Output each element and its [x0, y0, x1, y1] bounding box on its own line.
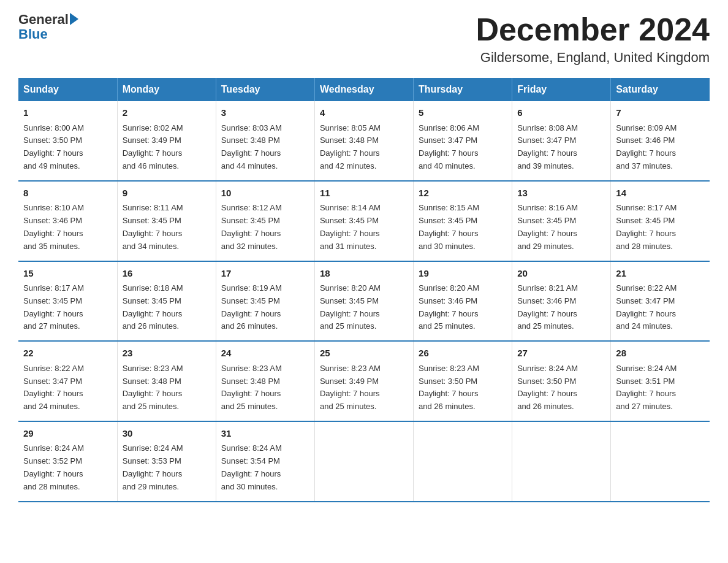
- calendar-day-cell: 7 Sunrise: 8:09 AM Sunset: 3:46 PM Dayli…: [611, 101, 710, 181]
- day-info: Sunrise: 8:24 AM Sunset: 3:50 PM Dayligh…: [517, 364, 578, 411]
- day-info: Sunrise: 8:24 AM Sunset: 3:53 PM Dayligh…: [123, 443, 183, 491]
- calendar-day-cell: [414, 421, 512, 502]
- day-info: Sunrise: 8:09 AM Sunset: 3:46 PM Dayligh…: [616, 123, 677, 170]
- day-info: Sunrise: 8:20 AM Sunset: 3:45 PM Dayligh…: [320, 283, 381, 331]
- day-number: 15: [23, 267, 112, 281]
- day-info: Sunrise: 8:12 AM Sunset: 3:45 PM Dayligh…: [221, 203, 282, 250]
- calendar-day-cell: [314, 421, 413, 502]
- day-info: Sunrise: 8:11 AM Sunset: 3:45 PM Dayligh…: [123, 203, 183, 250]
- day-number: 30: [123, 427, 211, 441]
- day-number: 28: [616, 347, 705, 361]
- day-number: 17: [221, 267, 309, 281]
- calendar-week-row: 8 Sunrise: 8:10 AM Sunset: 3:46 PM Dayli…: [18, 181, 710, 261]
- calendar-day-cell: 15 Sunrise: 8:17 AM Sunset: 3:45 PM Dayl…: [18, 261, 117, 342]
- calendar-day-cell: 20 Sunrise: 8:21 AM Sunset: 3:46 PM Dayl…: [512, 261, 611, 342]
- calendar-day-cell: 12 Sunrise: 8:15 AM Sunset: 3:45 PM Dayl…: [414, 181, 512, 261]
- day-number: 4: [320, 106, 408, 120]
- calendar-day-cell: 3 Sunrise: 8:03 AM Sunset: 3:48 PM Dayli…: [216, 101, 314, 181]
- day-number: 9: [123, 186, 211, 201]
- calendar-day-cell: 16 Sunrise: 8:18 AM Sunset: 3:45 PM Dayl…: [117, 261, 216, 342]
- calendar-day-cell: 4 Sunrise: 8:05 AM Sunset: 3:48 PM Dayli…: [314, 101, 413, 181]
- day-number: 1: [23, 106, 112, 120]
- day-number: 23: [123, 347, 211, 361]
- day-number: 26: [419, 347, 507, 361]
- day-info: Sunrise: 8:23 AM Sunset: 3:50 PM Dayligh…: [419, 364, 479, 411]
- day-number: 29: [23, 427, 112, 441]
- logo: General Blue: [18, 12, 78, 42]
- calendar-day-cell: 17 Sunrise: 8:19 AM Sunset: 3:45 PM Dayl…: [216, 261, 314, 342]
- day-info: Sunrise: 8:24 AM Sunset: 3:52 PM Dayligh…: [23, 443, 84, 491]
- calendar-week-row: 15 Sunrise: 8:17 AM Sunset: 3:45 PM Dayl…: [18, 261, 710, 342]
- day-info: Sunrise: 8:14 AM Sunset: 3:45 PM Dayligh…: [320, 203, 381, 250]
- day-info: Sunrise: 8:19 AM Sunset: 3:45 PM Dayligh…: [221, 283, 282, 331]
- title-section: December 2024 Gildersome, England, Unite…: [476, 12, 710, 66]
- calendar-day-cell: 24 Sunrise: 8:23 AM Sunset: 3:48 PM Dayl…: [216, 341, 314, 421]
- calendar-day-cell: 8 Sunrise: 8:10 AM Sunset: 3:46 PM Dayli…: [18, 181, 117, 261]
- calendar-day-cell: [611, 421, 710, 502]
- day-info: Sunrise: 8:22 AM Sunset: 3:47 PM Dayligh…: [23, 364, 84, 411]
- day-of-week-header: Sunday: [18, 78, 117, 101]
- day-number: 16: [123, 267, 211, 281]
- day-info: Sunrise: 8:10 AM Sunset: 3:46 PM Dayligh…: [23, 203, 84, 250]
- day-number: 22: [23, 347, 112, 361]
- day-number: 10: [221, 186, 309, 201]
- calendar-day-cell: 1 Sunrise: 8:00 AM Sunset: 3:50 PM Dayli…: [18, 101, 117, 181]
- day-number: 5: [419, 106, 507, 120]
- page-header: General Blue December 2024 Gildersome, E…: [18, 12, 710, 66]
- calendar-day-cell: 31 Sunrise: 8:24 AM Sunset: 3:54 PM Dayl…: [216, 421, 314, 502]
- calendar-day-cell: 25 Sunrise: 8:23 AM Sunset: 3:49 PM Dayl…: [314, 341, 413, 421]
- day-info: Sunrise: 8:22 AM Sunset: 3:47 PM Dayligh…: [616, 283, 677, 331]
- day-number: 11: [320, 186, 408, 201]
- day-info: Sunrise: 8:20 AM Sunset: 3:46 PM Dayligh…: [419, 283, 479, 331]
- day-info: Sunrise: 8:08 AM Sunset: 3:47 PM Dayligh…: [517, 123, 578, 170]
- day-number: 8: [23, 186, 112, 201]
- day-number: 31: [221, 427, 309, 441]
- day-info: Sunrise: 8:17 AM Sunset: 3:45 PM Dayligh…: [23, 283, 84, 331]
- calendar-week-row: 29 Sunrise: 8:24 AM Sunset: 3:52 PM Dayl…: [18, 421, 710, 502]
- day-number: 12: [419, 186, 507, 201]
- calendar-day-cell: 26 Sunrise: 8:23 AM Sunset: 3:50 PM Dayl…: [414, 341, 512, 421]
- day-number: 21: [616, 267, 705, 281]
- day-number: 14: [616, 186, 705, 201]
- day-number: 27: [517, 347, 605, 361]
- day-info: Sunrise: 8:00 AM Sunset: 3:50 PM Dayligh…: [23, 123, 84, 170]
- calendar-day-cell: 9 Sunrise: 8:11 AM Sunset: 3:45 PM Dayli…: [117, 181, 216, 261]
- calendar-day-cell: 27 Sunrise: 8:24 AM Sunset: 3:50 PM Dayl…: [512, 341, 611, 421]
- day-info: Sunrise: 8:23 AM Sunset: 3:48 PM Dayligh…: [123, 364, 183, 411]
- calendar-day-cell: 29 Sunrise: 8:24 AM Sunset: 3:52 PM Dayl…: [18, 421, 117, 502]
- day-info: Sunrise: 8:23 AM Sunset: 3:49 PM Dayligh…: [320, 364, 381, 411]
- day-of-week-header: Saturday: [611, 78, 710, 101]
- calendar-day-cell: 6 Sunrise: 8:08 AM Sunset: 3:47 PM Dayli…: [512, 101, 611, 181]
- month-title: December 2024: [476, 12, 710, 47]
- calendar-day-cell: 21 Sunrise: 8:22 AM Sunset: 3:47 PM Dayl…: [611, 261, 710, 342]
- day-of-week-header: Monday: [117, 78, 216, 101]
- day-info: Sunrise: 8:15 AM Sunset: 3:45 PM Dayligh…: [419, 203, 479, 250]
- calendar-day-cell: 28 Sunrise: 8:24 AM Sunset: 3:51 PM Dayl…: [611, 341, 710, 421]
- day-number: 18: [320, 267, 408, 281]
- day-info: Sunrise: 8:21 AM Sunset: 3:46 PM Dayligh…: [517, 283, 578, 331]
- day-of-week-header: Friday: [512, 78, 611, 101]
- logo-general-text: General: [18, 12, 69, 27]
- day-number: 13: [517, 186, 605, 201]
- location-text: Gildersome, England, United Kingdom: [476, 50, 710, 66]
- day-number: 20: [517, 267, 605, 281]
- logo-blue-text: Blue: [18, 27, 78, 42]
- day-info: Sunrise: 8:05 AM Sunset: 3:48 PM Dayligh…: [320, 123, 381, 170]
- calendar-week-row: 1 Sunrise: 8:00 AM Sunset: 3:50 PM Dayli…: [18, 101, 710, 181]
- day-info: Sunrise: 8:24 AM Sunset: 3:51 PM Dayligh…: [616, 364, 677, 411]
- day-number: 3: [221, 106, 309, 120]
- day-of-week-header: Thursday: [414, 78, 512, 101]
- day-number: 7: [616, 106, 705, 120]
- day-info: Sunrise: 8:24 AM Sunset: 3:54 PM Dayligh…: [221, 443, 282, 491]
- day-info: Sunrise: 8:06 AM Sunset: 3:47 PM Dayligh…: [419, 123, 479, 170]
- day-info: Sunrise: 8:16 AM Sunset: 3:45 PM Dayligh…: [517, 203, 578, 250]
- calendar-day-cell: 13 Sunrise: 8:16 AM Sunset: 3:45 PM Dayl…: [512, 181, 611, 261]
- day-info: Sunrise: 8:02 AM Sunset: 3:49 PM Dayligh…: [123, 123, 183, 170]
- calendar-day-cell: 19 Sunrise: 8:20 AM Sunset: 3:46 PM Dayl…: [414, 261, 512, 342]
- day-info: Sunrise: 8:23 AM Sunset: 3:48 PM Dayligh…: [221, 364, 282, 411]
- calendar-week-row: 22 Sunrise: 8:22 AM Sunset: 3:47 PM Dayl…: [18, 341, 710, 421]
- day-number: 2: [123, 106, 211, 120]
- calendar-header-row: SundayMondayTuesdayWednesdayThursdayFrid…: [18, 78, 710, 101]
- calendar-day-cell: 14 Sunrise: 8:17 AM Sunset: 3:45 PM Dayl…: [611, 181, 710, 261]
- day-number: 24: [221, 347, 309, 361]
